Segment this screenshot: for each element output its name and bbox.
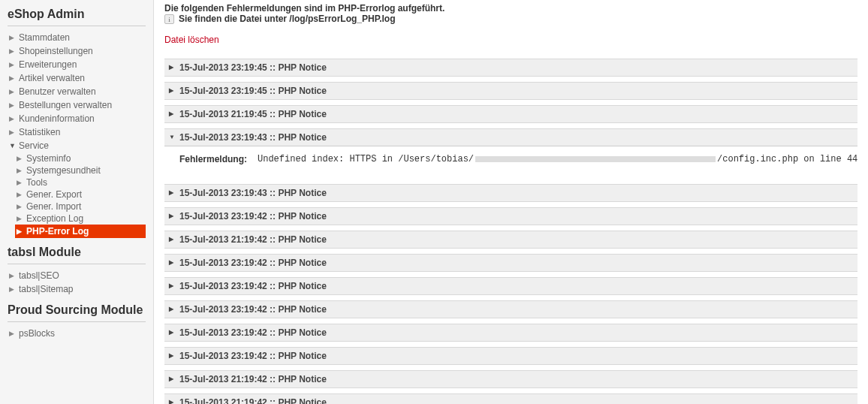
nav-item[interactable]: ▶psBlocks bbox=[8, 327, 146, 340]
log-detail-message: Undefined index: HTTPS in /Users/tobias/… bbox=[258, 154, 857, 164]
chevron-right-icon: ▶ bbox=[17, 155, 23, 162]
chevron-right-icon: ▶ bbox=[17, 167, 23, 174]
log-row[interactable]: ▶15-Jul-2013 23:19:42 :: PHP Notice bbox=[164, 300, 857, 318]
intro-line-2: Sie finden die Datei unter /log/psErrorL… bbox=[179, 14, 396, 24]
sub-nav-item[interactable]: ▶PHP-Error Log bbox=[15, 225, 146, 238]
nav-item[interactable]: ▶tabsl|SEO bbox=[8, 269, 146, 282]
chevron-right-icon: ▶ bbox=[17, 215, 23, 222]
log-row-label: 15-Jul-2013 21:19:42 :: PHP Notice bbox=[179, 397, 327, 404]
chevron-right-icon: ▶ bbox=[17, 228, 23, 235]
nav-item[interactable]: ▶Erweiterungen bbox=[8, 58, 146, 71]
chevron-right-icon: ▶ bbox=[9, 272, 15, 279]
nav-item-label: tabsl|SEO bbox=[19, 270, 59, 281]
log-row-label: 15-Jul-2013 23:19:42 :: PHP Notice bbox=[179, 258, 327, 268]
sub-nav-item[interactable]: ▶Systemgesundheit bbox=[15, 164, 146, 176]
sub-nav-item[interactable]: ▶Gener. Import bbox=[15, 200, 146, 213]
sub-nav-label: PHP-Error Log bbox=[26, 226, 89, 237]
sub-nav-item[interactable]: ▶Tools bbox=[15, 176, 146, 188]
chevron-right-icon: ▶ bbox=[169, 64, 173, 71]
chevron-right-icon: ▶ bbox=[169, 236, 173, 243]
log-row[interactable]: ▶15-Jul-2013 21:19:42 :: PHP Notice bbox=[164, 393, 857, 404]
chevron-right-icon: ▶ bbox=[9, 74, 15, 82]
chevron-right-icon: ▶ bbox=[169, 87, 173, 94]
nav-item-label: Benutzer verwalten bbox=[19, 86, 96, 97]
chevron-down-icon: ▼ bbox=[169, 134, 175, 140]
chevron-right-icon: ▶ bbox=[9, 61, 15, 68]
nav-item[interactable]: ▶Stammdaten bbox=[8, 31, 146, 44]
chevron-right-icon: ▶ bbox=[9, 47, 15, 55]
log-row-label: 15-Jul-2013 23:19:43 :: PHP Notice bbox=[179, 132, 327, 143]
chevron-right-icon: ▶ bbox=[9, 285, 15, 293]
log-row-label: 15-Jul-2013 21:19:42 :: PHP Notice bbox=[179, 374, 327, 384]
sidebar-section-tabsl: tabsl Module bbox=[8, 246, 146, 264]
sub-nav-label: Systemgesundheit bbox=[26, 165, 101, 176]
log-row[interactable]: ▶15-Jul-2013 23:19:42 :: PHP Notice bbox=[164, 277, 857, 295]
chevron-right-icon: ▶ bbox=[169, 110, 173, 117]
chevron-down-icon: ▼ bbox=[9, 142, 15, 149]
sub-nav-label: Gener. Export bbox=[26, 189, 82, 200]
nav-item[interactable]: ▶Kundeninformation bbox=[8, 112, 146, 125]
chevron-right-icon: ▶ bbox=[169, 282, 173, 289]
log-row[interactable]: ▶15-Jul-2013 23:19:42 :: PHP Notice bbox=[164, 254, 857, 272]
log-row-label: 15-Jul-2013 23:19:42 :: PHP Notice bbox=[179, 211, 327, 222]
nav-item-label: Service bbox=[19, 140, 49, 151]
sub-nav-item[interactable]: ▶Systeminfo bbox=[15, 152, 146, 164]
nav-item[interactable]: ▶Statistiken bbox=[8, 125, 146, 139]
log-detail-label: Fehlermeldung: bbox=[179, 154, 247, 164]
nav-item[interactable]: ▶Artikel verwalten bbox=[8, 71, 146, 85]
log-row-label: 15-Jul-2013 23:19:43 :: PHP Notice bbox=[179, 188, 327, 198]
chevron-right-icon: ▶ bbox=[9, 330, 15, 337]
nav-item-label: Statistiken bbox=[19, 127, 60, 137]
nav-item-label: Kundeninformation bbox=[19, 113, 95, 124]
chevron-right-icon: ▶ bbox=[169, 306, 173, 312]
main-panel: Die folgenden Fehlermeldungen sind im PH… bbox=[154, 0, 868, 404]
log-row[interactable]: ▶15-Jul-2013 23:19:45 :: PHP Notice bbox=[164, 59, 857, 77]
nav-item-label: Erweiterungen bbox=[19, 59, 77, 70]
chevron-right-icon: ▶ bbox=[9, 128, 15, 136]
sub-nav-label: Tools bbox=[26, 177, 47, 188]
nav-item-label: Stammdaten bbox=[19, 32, 70, 43]
sidebar-section-eshop: eShop Admin bbox=[8, 8, 146, 26]
nav-item[interactable]: ▶Benutzer verwalten bbox=[8, 85, 146, 98]
log-row[interactable]: ▶15-Jul-2013 23:19:45 :: PHP Notice bbox=[164, 82, 857, 100]
nav-item[interactable]: ▶tabsl|Sitemap bbox=[8, 282, 146, 296]
nav-item[interactable]: ▶Bestellungen verwalten bbox=[8, 98, 146, 112]
log-row[interactable]: ▶15-Jul-2013 21:19:42 :: PHP Notice bbox=[164, 231, 857, 249]
nav-item-label: psBlocks bbox=[19, 328, 55, 339]
log-row-label: 15-Jul-2013 23:19:42 :: PHP Notice bbox=[179, 327, 327, 338]
log-detail: Fehlermeldung:Undefined index: HTTPS in … bbox=[164, 146, 857, 172]
chevron-right-icon: ▶ bbox=[9, 101, 15, 109]
log-row-label: 15-Jul-2013 23:19:42 :: PHP Notice bbox=[179, 304, 327, 315]
nav-item-label: Shopeinstellungen bbox=[19, 46, 93, 56]
log-row[interactable]: ▶15-Jul-2013 23:19:42 :: PHP Notice bbox=[164, 347, 857, 365]
chevron-right-icon: ▶ bbox=[169, 329, 173, 336]
sub-nav-label: Exception Log bbox=[26, 213, 83, 224]
chevron-right-icon: ▶ bbox=[169, 352, 173, 359]
log-row-label: 15-Jul-2013 21:19:42 :: PHP Notice bbox=[179, 234, 327, 245]
sub-nav-item[interactable]: ▶Gener. Export bbox=[15, 188, 146, 200]
log-row[interactable]: ▶15-Jul-2013 23:19:42 :: PHP Notice bbox=[164, 207, 857, 225]
info-icon: i bbox=[164, 14, 174, 24]
chevron-right-icon: ▶ bbox=[169, 213, 173, 219]
log-row-label: 15-Jul-2013 23:19:42 :: PHP Notice bbox=[179, 351, 327, 361]
log-row[interactable]: ▶15-Jul-2013 23:19:43 :: PHP Notice bbox=[164, 184, 857, 202]
nav-item[interactable]: ▼Service bbox=[8, 139, 146, 152]
delete-file-link[interactable]: Datei löschen bbox=[164, 35, 219, 45]
chevron-right-icon: ▶ bbox=[17, 179, 23, 186]
log-row-label: 15-Jul-2013 21:19:45 :: PHP Notice bbox=[179, 109, 327, 119]
log-row[interactable]: ▶15-Jul-2013 21:19:42 :: PHP Notice bbox=[164, 370, 857, 388]
log-row-label: 15-Jul-2013 23:19:45 :: PHP Notice bbox=[179, 86, 327, 96]
log-row-label: 15-Jul-2013 23:19:45 :: PHP Notice bbox=[179, 62, 327, 73]
log-row[interactable]: ▶15-Jul-2013 23:19:42 :: PHP Notice bbox=[164, 324, 857, 342]
chevron-right-icon: ▶ bbox=[9, 115, 15, 122]
chevron-right-icon: ▶ bbox=[17, 191, 23, 198]
sidebar: eShop Admin ▶Stammdaten▶Shopeinstellunge… bbox=[0, 0, 154, 404]
log-row[interactable]: ▶15-Jul-2013 21:19:45 :: PHP Notice bbox=[164, 105, 857, 123]
sub-nav-label: Gener. Import bbox=[26, 201, 81, 212]
nav-item[interactable]: ▶Shopeinstellungen bbox=[8, 44, 146, 58]
log-row[interactable]: ▼15-Jul-2013 23:19:43 :: PHP Notice bbox=[164, 128, 857, 146]
log-list: ▶15-Jul-2013 23:19:45 :: PHP Notice▶15-J… bbox=[164, 59, 857, 404]
chevron-right-icon: ▶ bbox=[169, 375, 173, 382]
sub-nav-item[interactable]: ▶Exception Log bbox=[15, 213, 146, 225]
chevron-right-icon: ▶ bbox=[169, 189, 173, 196]
